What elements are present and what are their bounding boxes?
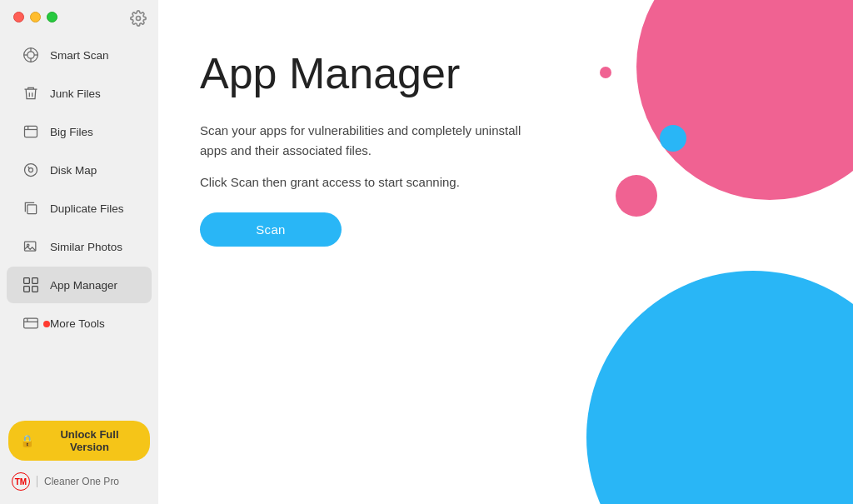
circle-pink-dot — [600, 67, 611, 78]
sidebar-item-junk-files-label: Junk Files — [50, 87, 101, 100]
svg-point-12 — [25, 164, 37, 177]
duplicate-icon — [22, 199, 40, 217]
brand-label: Cleaner One Pro — [44, 476, 119, 487]
branding: TM Cleaner One Pro — [8, 469, 150, 494]
radar-icon — [22, 46, 40, 64]
svg-rect-20 — [24, 287, 30, 292]
sidebar: Smart Scan Junk Files Big — [0, 0, 158, 504]
sidebar-item-smart-scan[interactable]: Smart Scan — [7, 37, 152, 73]
sidebar-item-similar-photos-label: Similar Photos — [50, 241, 122, 253]
sidebar-item-duplicate-files-label: Duplicate Files — [50, 202, 124, 215]
circle-pink-small — [616, 175, 657, 217]
main-content: App Manager Scan your apps for vulnerabi… — [158, 0, 853, 504]
nav-items: Smart Scan Junk Files Big — [0, 31, 158, 411]
sidebar-item-duplicate-files[interactable]: Duplicate Files — [7, 190, 152, 227]
trend-micro-logo: TM — [12, 472, 30, 491]
sidebar-item-smart-scan-label: Smart Scan — [50, 49, 109, 62]
page-title: App Manager — [200, 50, 533, 97]
content-panel: App Manager Scan your apps for vulnerabi… — [200, 50, 533, 247]
svg-rect-19 — [32, 278, 38, 284]
more-tools-icon — [22, 314, 40, 332]
sidebar-item-big-files[interactable]: Big Files — [7, 113, 152, 150]
brand-divider — [37, 476, 37, 487]
photos-icon — [22, 237, 40, 256]
circle-pink-large — [636, 0, 853, 200]
notification-dot — [43, 321, 50, 327]
svg-rect-21 — [32, 287, 38, 292]
sidebar-item-more-tools[interactable]: More Tools — [7, 305, 152, 342]
svg-rect-9 — [25, 126, 37, 137]
scan-button[interactable]: Scan — [200, 212, 342, 247]
circle-blue-small — [660, 125, 686, 152]
circle-blue-large — [586, 271, 853, 504]
maximize-button[interactable] — [47, 12, 57, 22]
sidebar-item-similar-photos[interactable]: Similar Photos — [7, 228, 152, 265]
sidebar-item-more-tools-label: More Tools — [50, 317, 105, 330]
minimize-button[interactable] — [30, 12, 41, 22]
app-manager-icon — [22, 276, 40, 294]
sidebar-item-big-files-label: Big Files — [50, 126, 93, 138]
svg-rect-15 — [27, 205, 37, 214]
svg-point-2 — [27, 52, 34, 58]
svg-point-0 — [137, 17, 141, 21]
sidebar-item-app-manager[interactable]: App Manager — [7, 267, 152, 303]
lock-icon: 🔒 — [20, 434, 34, 447]
close-button[interactable] — [13, 12, 24, 22]
disk-icon — [22, 161, 40, 179]
sidebar-item-disk-map[interactable]: Disk Map — [7, 152, 152, 188]
sidebar-item-disk-map-label: Disk Map — [50, 164, 97, 177]
decorative-circles — [503, 0, 853, 504]
unlock-label: Unlock Full Version — [41, 428, 138, 453]
description-1: Scan your apps for vulnerabilities and c… — [200, 121, 533, 161]
junk-icon — [22, 84, 40, 102]
sidebar-item-app-manager-label: App Manager — [50, 279, 117, 292]
svg-line-14 — [28, 167, 30, 169]
sidebar-item-junk-files[interactable]: Junk Files — [7, 75, 152, 112]
big-files-icon — [22, 122, 40, 141]
svg-rect-22 — [24, 318, 38, 328]
sidebar-bottom: 🔒 Unlock Full Version TM Cleaner One Pro — [0, 411, 158, 504]
description-2: Click Scan then grant access to start sc… — [200, 172, 533, 192]
settings-icon[interactable] — [130, 10, 147, 30]
unlock-full-version-button[interactable]: 🔒 Unlock Full Version — [8, 421, 150, 461]
svg-rect-18 — [24, 278, 30, 284]
